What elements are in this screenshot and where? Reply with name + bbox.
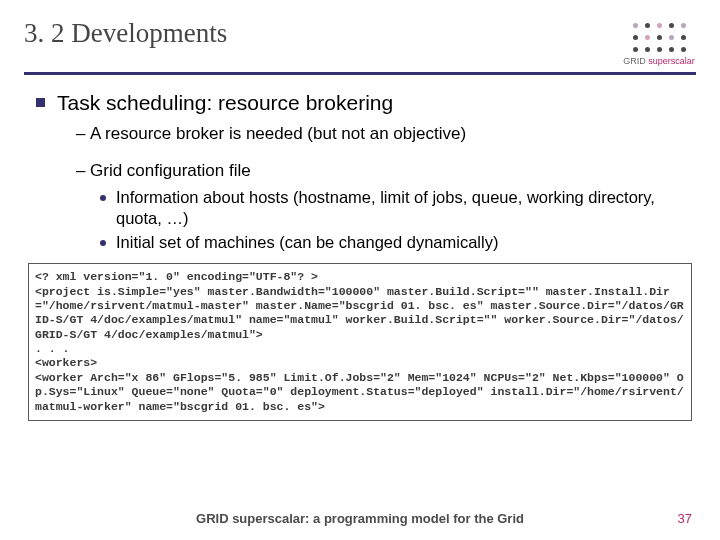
dash-icon: – — [76, 123, 90, 146]
slide-title: 3. 2 Developments — [24, 18, 622, 49]
subbullet-broker-text: A resource broker is needed (but not an … — [90, 124, 466, 143]
slide: 3. 2 Developments GRID superscalar Task … — [0, 0, 720, 540]
subsubbullets: Information about hosts (hostname, limit… — [100, 187, 696, 253]
subbullet-config: –Grid configuration file Information abo… — [76, 160, 696, 253]
bullet-main: Task scheduling: resource brokering — [36, 91, 696, 115]
footer: GRID superscalar: a programming model fo… — [0, 511, 720, 526]
title-area: 3. 2 Developments — [24, 18, 622, 49]
subsub-info: Information about hosts (hostname, limit… — [100, 187, 696, 230]
xml-code-block: <? xml version="1. 0" encoding="UTF-8"? … — [28, 263, 692, 421]
dot-bullet-icon — [100, 195, 106, 201]
logo-text-grid: GRID — [623, 56, 646, 66]
header-rule — [24, 72, 696, 75]
subsub-initial: Initial set of machines (can be changed … — [100, 232, 696, 253]
header-row: 3. 2 Developments GRID superscalar — [24, 18, 696, 66]
logo-text-super: superscalar — [648, 56, 695, 66]
dot-bullet-icon — [100, 240, 106, 246]
dash-icon: – — [76, 160, 90, 183]
footer-text: GRID superscalar: a programming model fo… — [196, 511, 524, 526]
logo: GRID superscalar — [622, 20, 696, 66]
content: Task scheduling: resource brokering –A r… — [24, 91, 696, 253]
square-bullet-icon — [36, 98, 45, 107]
page-number: 37 — [678, 511, 692, 526]
subbullet-broker: –A resource broker is needed (but not an… — [76, 123, 696, 146]
logo-text: GRID superscalar — [623, 56, 695, 66]
subbullets: –A resource broker is needed (but not an… — [76, 123, 696, 253]
subsub-info-text: Information about hosts (hostname, limit… — [116, 187, 696, 230]
subsub-initial-text: Initial set of machines (can be changed … — [116, 232, 498, 253]
logo-dots-icon — [630, 20, 688, 54]
subbullet-config-text: Grid configuration file — [90, 161, 251, 180]
bullet-main-text: Task scheduling: resource brokering — [57, 91, 393, 115]
